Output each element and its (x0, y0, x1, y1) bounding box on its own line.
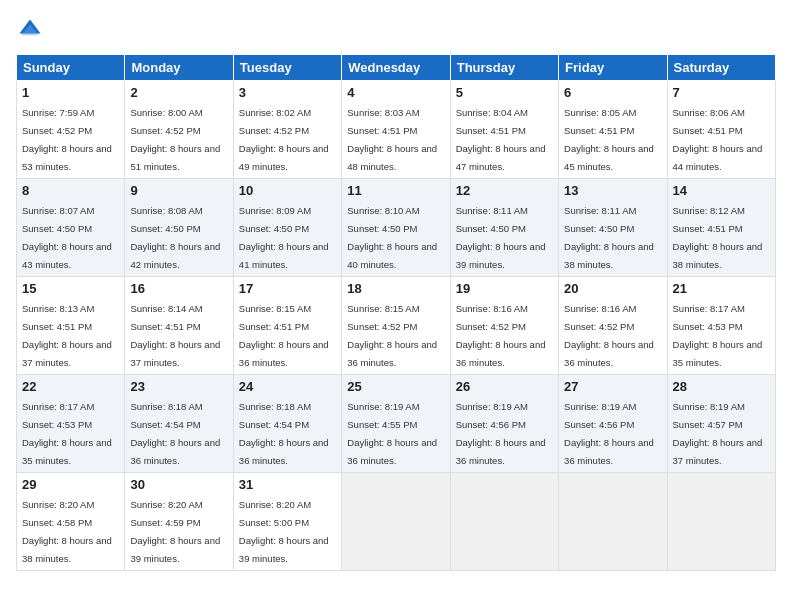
day-number: 18 (347, 281, 444, 296)
table-row: 22 Sunrise: 8:17 AMSunset: 4:53 PMDaylig… (17, 375, 125, 473)
table-row: 16 Sunrise: 8:14 AMSunset: 4:51 PMDaylig… (125, 277, 233, 375)
day-detail: Sunrise: 8:17 AMSunset: 4:53 PMDaylight:… (22, 401, 112, 466)
table-row: 29 Sunrise: 8:20 AMSunset: 4:58 PMDaylig… (17, 473, 125, 571)
table-row: 27 Sunrise: 8:19 AMSunset: 4:56 PMDaylig… (559, 375, 667, 473)
day-number: 26 (456, 379, 553, 394)
day-number: 30 (130, 477, 227, 492)
day-detail: Sunrise: 8:04 AMSunset: 4:51 PMDaylight:… (456, 107, 546, 172)
day-detail: Sunrise: 7:59 AMSunset: 4:52 PMDaylight:… (22, 107, 112, 172)
table-row: 5 Sunrise: 8:04 AMSunset: 4:51 PMDayligh… (450, 81, 558, 179)
day-number: 24 (239, 379, 336, 394)
table-row: 14 Sunrise: 8:12 AMSunset: 4:51 PMDaylig… (667, 179, 775, 277)
table-row: 17 Sunrise: 8:15 AMSunset: 4:51 PMDaylig… (233, 277, 341, 375)
day-number: 14 (673, 183, 770, 198)
table-row: 10 Sunrise: 8:09 AMSunset: 4:50 PMDaylig… (233, 179, 341, 277)
table-row: 4 Sunrise: 8:03 AMSunset: 4:51 PMDayligh… (342, 81, 450, 179)
table-row: 6 Sunrise: 8:05 AMSunset: 4:51 PMDayligh… (559, 81, 667, 179)
day-number: 31 (239, 477, 336, 492)
day-detail: Sunrise: 8:05 AMSunset: 4:51 PMDaylight:… (564, 107, 654, 172)
table-row: 26 Sunrise: 8:19 AMSunset: 4:56 PMDaylig… (450, 375, 558, 473)
day-detail: Sunrise: 8:11 AMSunset: 4:50 PMDaylight:… (456, 205, 546, 270)
day-number: 20 (564, 281, 661, 296)
day-number: 12 (456, 183, 553, 198)
day-detail: Sunrise: 8:08 AMSunset: 4:50 PMDaylight:… (130, 205, 220, 270)
day-detail: Sunrise: 8:00 AMSunset: 4:52 PMDaylight:… (130, 107, 220, 172)
day-detail: Sunrise: 8:19 AMSunset: 4:55 PMDaylight:… (347, 401, 437, 466)
day-detail: Sunrise: 8:17 AMSunset: 4:53 PMDaylight:… (673, 303, 763, 368)
table-row: 23 Sunrise: 8:18 AMSunset: 4:54 PMDaylig… (125, 375, 233, 473)
table-row: 28 Sunrise: 8:19 AMSunset: 4:57 PMDaylig… (667, 375, 775, 473)
day-detail: Sunrise: 8:09 AMSunset: 4:50 PMDaylight:… (239, 205, 329, 270)
day-detail: Sunrise: 8:11 AMSunset: 4:50 PMDaylight:… (564, 205, 654, 270)
day-number: 15 (22, 281, 119, 296)
day-detail: Sunrise: 8:19 AMSunset: 4:57 PMDaylight:… (673, 401, 763, 466)
header-friday: Friday (559, 55, 667, 81)
table-row: 25 Sunrise: 8:19 AMSunset: 4:55 PMDaylig… (342, 375, 450, 473)
day-number: 16 (130, 281, 227, 296)
table-row: 30 Sunrise: 8:20 AMSunset: 4:59 PMDaylig… (125, 473, 233, 571)
table-row: 1 Sunrise: 7:59 AMSunset: 4:52 PMDayligh… (17, 81, 125, 179)
table-row (667, 473, 775, 571)
day-detail: Sunrise: 8:12 AMSunset: 4:51 PMDaylight:… (673, 205, 763, 270)
day-number: 11 (347, 183, 444, 198)
table-row: 2 Sunrise: 8:00 AMSunset: 4:52 PMDayligh… (125, 81, 233, 179)
table-row (450, 473, 558, 571)
table-row: 21 Sunrise: 8:17 AMSunset: 4:53 PMDaylig… (667, 277, 775, 375)
day-number: 22 (22, 379, 119, 394)
page: Sunday Monday Tuesday Wednesday Thursday… (0, 0, 792, 612)
table-row: 3 Sunrise: 8:02 AMSunset: 4:52 PMDayligh… (233, 81, 341, 179)
day-detail: Sunrise: 8:19 AMSunset: 4:56 PMDaylight:… (456, 401, 546, 466)
header-tuesday: Tuesday (233, 55, 341, 81)
calendar-table: Sunday Monday Tuesday Wednesday Thursday… (16, 54, 776, 571)
logo-icon (16, 16, 44, 44)
header-wednesday: Wednesday (342, 55, 450, 81)
day-number: 6 (564, 85, 661, 100)
day-detail: Sunrise: 8:19 AMSunset: 4:56 PMDaylight:… (564, 401, 654, 466)
day-number: 5 (456, 85, 553, 100)
day-detail: Sunrise: 8:18 AMSunset: 4:54 PMDaylight:… (130, 401, 220, 466)
day-number: 1 (22, 85, 119, 100)
day-detail: Sunrise: 8:20 AMSunset: 5:00 PMDaylight:… (239, 499, 329, 564)
day-detail: Sunrise: 8:16 AMSunset: 4:52 PMDaylight:… (456, 303, 546, 368)
day-number: 13 (564, 183, 661, 198)
day-number: 3 (239, 85, 336, 100)
table-row: 8 Sunrise: 8:07 AMSunset: 4:50 PMDayligh… (17, 179, 125, 277)
day-number: 17 (239, 281, 336, 296)
header-saturday: Saturday (667, 55, 775, 81)
day-detail: Sunrise: 8:07 AMSunset: 4:50 PMDaylight:… (22, 205, 112, 270)
day-detail: Sunrise: 8:03 AMSunset: 4:51 PMDaylight:… (347, 107, 437, 172)
day-detail: Sunrise: 8:20 AMSunset: 4:59 PMDaylight:… (130, 499, 220, 564)
day-detail: Sunrise: 8:16 AMSunset: 4:52 PMDaylight:… (564, 303, 654, 368)
day-number: 28 (673, 379, 770, 394)
table-row: 12 Sunrise: 8:11 AMSunset: 4:50 PMDaylig… (450, 179, 558, 277)
table-row: 11 Sunrise: 8:10 AMSunset: 4:50 PMDaylig… (342, 179, 450, 277)
table-row: 19 Sunrise: 8:16 AMSunset: 4:52 PMDaylig… (450, 277, 558, 375)
day-number: 27 (564, 379, 661, 394)
day-detail: Sunrise: 8:13 AMSunset: 4:51 PMDaylight:… (22, 303, 112, 368)
day-detail: Sunrise: 8:14 AMSunset: 4:51 PMDaylight:… (130, 303, 220, 368)
day-number: 4 (347, 85, 444, 100)
day-number: 2 (130, 85, 227, 100)
header-thursday: Thursday (450, 55, 558, 81)
day-detail: Sunrise: 8:15 AMSunset: 4:51 PMDaylight:… (239, 303, 329, 368)
day-number: 21 (673, 281, 770, 296)
table-row: 7 Sunrise: 8:06 AMSunset: 4:51 PMDayligh… (667, 81, 775, 179)
day-number: 9 (130, 183, 227, 198)
day-number: 25 (347, 379, 444, 394)
table-row (559, 473, 667, 571)
day-detail: Sunrise: 8:20 AMSunset: 4:58 PMDaylight:… (22, 499, 112, 564)
header (16, 16, 776, 44)
day-detail: Sunrise: 8:18 AMSunset: 4:54 PMDaylight:… (239, 401, 329, 466)
day-number: 7 (673, 85, 770, 100)
table-row: 20 Sunrise: 8:16 AMSunset: 4:52 PMDaylig… (559, 277, 667, 375)
day-number: 19 (456, 281, 553, 296)
day-number: 23 (130, 379, 227, 394)
table-row: 18 Sunrise: 8:15 AMSunset: 4:52 PMDaylig… (342, 277, 450, 375)
table-row: 31 Sunrise: 8:20 AMSunset: 5:00 PMDaylig… (233, 473, 341, 571)
logo (16, 16, 48, 44)
table-row: 13 Sunrise: 8:11 AMSunset: 4:50 PMDaylig… (559, 179, 667, 277)
day-detail: Sunrise: 8:02 AMSunset: 4:52 PMDaylight:… (239, 107, 329, 172)
table-row (342, 473, 450, 571)
weekday-header-row: Sunday Monday Tuesday Wednesday Thursday… (17, 55, 776, 81)
header-monday: Monday (125, 55, 233, 81)
